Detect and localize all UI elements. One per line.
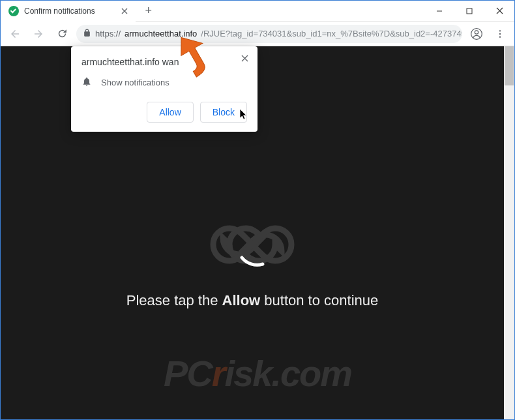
back-button[interactable] [6,25,24,43]
site-icon [8,6,19,16]
popup-actions: Allow Block [81,102,247,123]
mouse-cursor-icon [239,108,248,123]
reload-button[interactable] [53,25,71,43]
kebab-menu-icon[interactable] [491,25,509,43]
scrollbar-thumb[interactable] [505,46,514,85]
popup-title: armuchteetthat.info wan [81,57,247,67]
maximize-button[interactable] [454,1,484,22]
address-bar[interactable]: https://armuchteetthat.info/RJUE?tag_id=… [76,25,462,43]
permission-body: Show notifications [101,78,169,87]
new-tab-button[interactable]: + [140,2,158,20]
window-close-button[interactable] [484,1,514,22]
lock-icon [83,29,91,39]
profile-icon[interactable] [467,25,486,43]
titlebar: Confirm notifications + [1,1,514,22]
browser-tab[interactable]: Confirm notifications [1,1,136,22]
url-scheme: https:// [95,29,121,38]
minimize-button[interactable] [424,1,454,22]
forward-button[interactable] [29,25,48,43]
svg-point-4 [499,33,501,34]
notification-permission-popup: armuchteetthat.info wan Show notificatio… [71,46,258,132]
vertical-scrollbar[interactable] [504,46,514,419]
instruction-text: Please tap the Allow button to continue [126,292,378,309]
infinity-spinner-icon [207,222,298,267]
permission-row: Show notifications [81,76,247,89]
svg-point-5 [499,36,501,37]
tab-title: Confirm notifications [24,7,95,16]
window-controls [424,1,514,22]
svg-point-3 [499,30,501,31]
allow-button[interactable]: Allow [147,102,193,123]
svg-point-2 [475,30,478,33]
annotation-arrow-icon [166,31,218,85]
svg-rect-0 [467,8,472,14]
tab-close-icon[interactable] [120,7,129,16]
toolbar: https://armuchteetthat.info/RJUE?tag_id=… [1,22,514,46]
bell-icon [81,76,92,89]
url-path: /RJUE?tag_id=734031&sub_id1=nx_%7Bsite%7… [201,29,462,38]
popup-close-icon[interactable] [238,52,251,65]
